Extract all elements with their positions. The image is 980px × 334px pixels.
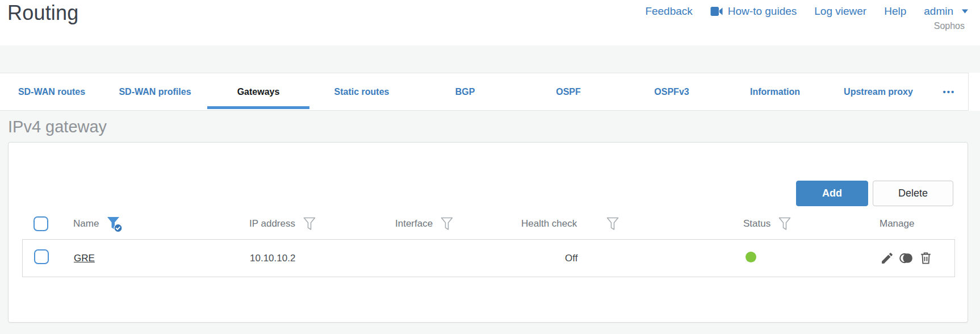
page-header: Routing Feedback How-to guides Log viewe…	[0, 0, 980, 45]
tab-gateways[interactable]: Gateways	[207, 73, 310, 110]
log-viewer-link[interactable]: Log viewer	[814, 5, 866, 18]
status-up-indicator	[746, 252, 756, 262]
section-heading: IPv4 gateway	[0, 111, 980, 136]
add-button[interactable]: Add	[796, 181, 868, 206]
tab-ospfv3[interactable]: OSPFv3	[620, 73, 723, 110]
tab-bgp[interactable]: BGP	[413, 73, 517, 110]
video-camera-icon	[710, 7, 723, 16]
column-header-interface: Interface	[395, 216, 521, 232]
content-area: IPv4 gateway Add Delete Name	[0, 111, 980, 334]
table-header: Name IP address Interface	[22, 211, 955, 237]
user-menu[interactable]: admin	[924, 5, 969, 18]
column-header-status: Status	[743, 216, 880, 232]
manage-actions	[880, 251, 954, 265]
tab-static-routes[interactable]: Static routes	[310, 73, 413, 110]
gateway-name-link[interactable]: GRE	[74, 253, 95, 264]
row-checkbox[interactable]	[34, 249, 49, 264]
column-header-name: Name	[73, 216, 249, 232]
column-header-manage: Manage	[880, 218, 955, 229]
how-to-guides-link[interactable]: How-to guides	[710, 5, 797, 18]
filter-active-icon[interactable]	[106, 216, 123, 232]
edit-pencil-icon[interactable]	[880, 251, 894, 265]
chevron-down-icon	[961, 9, 969, 14]
top-navigation: Feedback How-to guides Log viewer Help a…	[645, 5, 969, 18]
org-label: Sophos	[934, 21, 965, 31]
tab-sd-wan-profiles[interactable]: SD-WAN profiles	[103, 73, 207, 110]
header-divider-band	[0, 45, 980, 73]
column-header-ip-address: IP address	[249, 216, 395, 232]
filter-icon[interactable]	[440, 216, 454, 232]
tab-upstream-proxy[interactable]: Upstream proxy	[827, 73, 930, 110]
delete-trash-icon[interactable]	[919, 251, 933, 265]
page-title: Routing	[7, 1, 78, 25]
delete-button[interactable]: Delete	[873, 181, 953, 206]
tab-information[interactable]: Information	[723, 73, 827, 110]
select-all-checkbox[interactable]	[33, 216, 48, 231]
filter-icon[interactable]	[303, 216, 316, 232]
user-name: admin	[924, 5, 953, 18]
health-check-value: Off	[522, 253, 744, 264]
table-row: GRE 10.10.10.2 Off	[22, 239, 955, 277]
routing-tabbar: SD-WAN routes SD-WAN profiles Gateways S…	[0, 73, 969, 111]
tab-ospf[interactable]: OSPF	[517, 73, 620, 110]
clone-icon[interactable]	[899, 251, 914, 265]
column-header-health-check: Health check	[521, 216, 743, 232]
ip-address-value: 10.10.10.2	[250, 253, 396, 264]
feedback-link[interactable]: Feedback	[645, 5, 692, 18]
help-link[interactable]: Help	[884, 5, 906, 18]
tab-sd-wan-routes[interactable]: SD-WAN routes	[0, 73, 103, 110]
more-tabs-button[interactable]: •••	[930, 73, 968, 110]
table-toolbar: Add Delete	[796, 181, 953, 206]
ipv4-gateway-panel: Add Delete Name IP address	[8, 142, 968, 323]
filter-icon[interactable]	[778, 216, 791, 232]
filter-icon[interactable]	[606, 216, 619, 232]
